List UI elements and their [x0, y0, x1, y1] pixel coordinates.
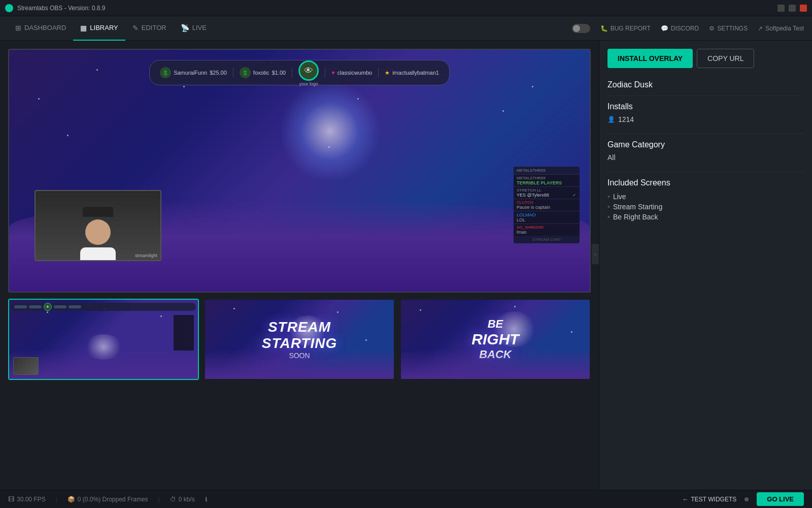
arrow-left-icon: ← — [682, 496, 688, 503]
chat-lmao: SO_SHRED90 lmao — [514, 224, 580, 236]
external-link-icon: ↗ — [758, 25, 763, 32]
streamer-person — [78, 199, 118, 260]
thumb-stream-starting[interactable]: STREAM STARTING SOON — [204, 299, 395, 380]
heart-icon: ♥ — [331, 70, 335, 76]
divider-3 — [607, 172, 804, 172]
bug-report-link[interactable]: 🐛 BUG REPORT — [600, 25, 651, 32]
dropped-frames-indicator: 📦 0 (0.0%) Dropped Frames — [67, 496, 148, 503]
close-button[interactable] — [800, 5, 807, 12]
window-controls[interactable] — [777, 5, 807, 12]
thumb-chat-mini — [174, 315, 194, 351]
main-area: 💲 SamuraiFunn $25.00 💲 foxotic $1.00 👁 y… — [0, 41, 812, 490]
app-title: Streamlabs OBS - Version: 0.8.9 — [17, 5, 105, 12]
content-area: 💲 SamuraiFunn $25.00 💲 foxotic $1.00 👁 y… — [0, 41, 599, 490]
discord-link[interactable]: 💬 DISCORD — [661, 25, 699, 32]
chat-team-value: TERRIBLE PLAYERS — [517, 180, 577, 185]
star-decoration — [38, 98, 40, 100]
divider — [233, 68, 233, 78]
settings-icon: ⚙ — [709, 25, 715, 32]
installs-value: 👤 1214 — [607, 115, 804, 123]
status-divider-1: | — [56, 496, 57, 503]
star-icon: ★ — [385, 70, 390, 76]
thumbnails-row: 👁 STREAM S — [8, 299, 591, 380]
install-overlay-button[interactable]: INSTALL OVERLAY — [607, 49, 693, 68]
topnav-right: 🐛 BUG REPORT 💬 DISCORD ⚙ SETTINGS ↗ Soft… — [572, 24, 804, 33]
nav-item-editor[interactable]: ✎ EDITOR — [125, 16, 174, 41]
chat-box: METALSTHR69 METALSTHR69 TERRIBLE PLAYERS… — [514, 167, 580, 243]
thumb-mini-bar: 👁 — [11, 303, 196, 311]
thumb-dot-1 — [14, 305, 27, 308]
webcam-photo — [36, 191, 160, 260]
star-decoration — [183, 86, 185, 87]
info-button[interactable]: ℹ — [205, 496, 208, 503]
star-decoration — [532, 86, 533, 87]
chat-label-clutch: CLUTCH — [517, 200, 577, 205]
sidebar-action-buttons: INSTALL OVERLAY COPY URL — [607, 49, 804, 68]
topnav: ⊞ DASHBOARD ▦ LIBRARY ✎ EDITOR 📡 LIVE 🐛 … — [0, 16, 812, 41]
chat-label-team: METALSTHR69 — [517, 176, 577, 180]
library-icon: ▦ — [80, 24, 87, 32]
thumb-star-2 — [337, 311, 339, 313]
dollar-icon-2: 💲 — [240, 67, 251, 78]
divider-2 — [292, 68, 292, 78]
nav-item-library[interactable]: ▦ LIBRARY — [73, 16, 125, 41]
main-preview: 💲 SamuraiFunn $25.00 💲 foxotic $1.00 👁 y… — [8, 49, 591, 293]
titlebar: Streamlabs OBS - Version: 0.8.9 — [0, 0, 812, 16]
checkmark-icon: ✓ — [572, 193, 577, 198]
divider-4 — [378, 68, 379, 78]
screen-item-live: Live — [607, 192, 804, 202]
divider-1 — [607, 96, 804, 96]
dashboard-icon: ⊞ — [15, 24, 21, 32]
screen-item-starting: Stream Starting — [607, 202, 804, 212]
alert-item-3: ♥ classicwumbo — [331, 70, 372, 76]
hat-decoration — [83, 207, 113, 217]
thumb-dot-3 — [54, 305, 66, 308]
thumb-dot-4 — [69, 305, 81, 308]
chat-label-stretch: STRETCH LL — [517, 188, 577, 193]
thumb-star-3 — [420, 309, 421, 311]
chat-stretch: STRETCH LL YES @Tylerx88 ✓ — [514, 186, 580, 199]
fps-indicator: 🎞 30.00 FPS — [8, 496, 46, 503]
statusbar-right: ← TEST WIDGETS GO LIVE — [682, 492, 804, 506]
nav-item-dashboard[interactable]: ⊞ DASHBOARD — [8, 16, 73, 41]
included-screens-list: Live Stream Starting Be Right Back — [607, 192, 804, 222]
rec-indicator — [745, 497, 749, 501]
minimize-button[interactable] — [777, 5, 785, 12]
copy-url-button[interactable]: COPY URL — [697, 49, 754, 68]
test-widgets-button[interactable]: ← TEST WIDGETS — [682, 496, 736, 503]
bitrate-indicator: ⏱ 0 kb/s — [170, 496, 195, 503]
game-category-value: All — [607, 153, 804, 162]
thumb-be-right-back[interactable]: BE RIGHT BACK — [400, 299, 591, 380]
thumb-live-bg: 👁 — [9, 300, 198, 379]
person-icon: 👤 — [607, 116, 615, 123]
thumb-live[interactable]: 👁 — [8, 299, 199, 380]
thumb-star-3 — [571, 331, 572, 333]
nav-item-live[interactable]: 📡 LIVE — [174, 16, 214, 41]
thumb-star-2 — [365, 339, 367, 341]
thumb-dot-2 — [29, 305, 42, 308]
overlay-name: Zodiac Dusk — [607, 80, 804, 89]
bitrate-icon: ⏱ — [170, 496, 176, 503]
softpedia-link[interactable]: ↗ Softpedia Test — [758, 25, 804, 32]
thumb-star — [160, 315, 162, 317]
installs-label: Installs — [607, 102, 804, 111]
right-sidebar: INSTALL OVERLAY COPY URL Zodiac Dusk Ins… — [599, 41, 812, 490]
go-live-button[interactable]: GO LIVE — [757, 492, 804, 506]
thumb-orb-2 — [287, 315, 328, 346]
webcam-brand: streamlight — [135, 253, 157, 258]
star-decoration — [502, 110, 504, 112]
thumb-back-bg: BE RIGHT BACK — [401, 300, 590, 379]
chat-footer: STREAM CHAT — [514, 236, 580, 243]
alert-item-1: 💲 SamuraiFunn $25.00 — [160, 67, 227, 78]
game-category-label: Game Category — [607, 140, 804, 149]
thumb-wave-3 — [401, 348, 590, 379]
sidebar-collapse-handle[interactable]: ‹ — [592, 244, 599, 264]
editor-icon: ✎ — [132, 24, 139, 32]
maximize-button[interactable] — [789, 5, 796, 12]
settings-link[interactable]: ⚙ SETTINGS — [709, 25, 748, 32]
bug-icon: 🐛 — [600, 25, 608, 32]
webcam-preview: streamlight — [35, 190, 161, 261]
head-decoration — [85, 219, 111, 245]
chat-clutch: CLUTCH Pause is captain — [514, 199, 580, 211]
theme-toggle[interactable] — [572, 24, 590, 33]
